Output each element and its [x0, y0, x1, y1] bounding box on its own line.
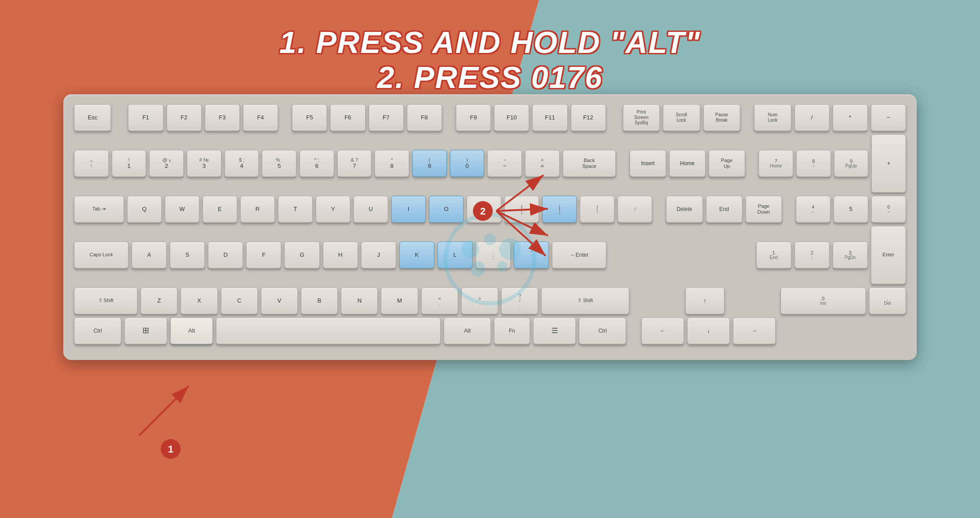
key-up[interactable]: ↑ [685, 287, 724, 314]
key-lshift[interactable]: ⇧ Shift [74, 287, 137, 314]
key-num4[interactable]: 4← [796, 196, 830, 223]
key-num0[interactable]: 0Ins [781, 287, 866, 314]
key-ralt[interactable]: Alt [444, 317, 491, 344]
key-nummul[interactable]: * [833, 104, 868, 131]
key-n[interactable]: N [341, 287, 378, 314]
key-space[interactable] [216, 317, 441, 344]
key-f4[interactable]: F4 [243, 104, 278, 131]
key-8[interactable]: *8 [375, 150, 409, 177]
key-printscreen[interactable]: PrintScreenSysRq [623, 104, 660, 131]
key-f10[interactable]: F10 [494, 104, 529, 131]
key-numplus[interactable]: + [871, 134, 906, 193]
key-1[interactable]: !1 [112, 150, 146, 177]
key-pagedown[interactable]: PageDown [746, 196, 782, 223]
key-z[interactable]: Z [141, 287, 177, 314]
key-fn[interactable]: Fn [494, 317, 530, 344]
key-tab[interactable]: Tab ⇥ [74, 196, 124, 223]
key-u[interactable]: U [353, 196, 388, 223]
key-f8[interactable]: F8 [407, 104, 442, 131]
key-numlock[interactable]: NumLock [754, 104, 791, 131]
key-equals[interactable]: += [525, 150, 560, 177]
key-quote[interactable]: "' [514, 241, 549, 268]
key-end[interactable]: End [706, 196, 742, 223]
key-g[interactable]: G [284, 241, 319, 268]
key-y[interactable]: Y [316, 196, 350, 223]
key-b[interactable]: B [301, 287, 338, 314]
key-7[interactable]: & ?7 [337, 150, 372, 177]
key-f11[interactable]: F11 [532, 104, 567, 131]
key-capslock[interactable]: Caps Lock [74, 241, 128, 268]
key-numdiv[interactable]: / [795, 104, 830, 131]
key-slash[interactable]: ?/. [501, 287, 538, 314]
key-rbracket[interactable]: }] [542, 196, 577, 223]
key-num5[interactable]: 5 [834, 196, 868, 223]
key-e[interactable]: E [203, 196, 237, 223]
key-f5[interactable]: F5 [292, 104, 327, 131]
key-pipe[interactable]: / [618, 196, 652, 223]
key-tilde[interactable]: ~\ [74, 150, 109, 177]
key-v[interactable]: V [261, 287, 298, 314]
key-c[interactable]: C [221, 287, 258, 314]
key-h[interactable]: H [323, 241, 358, 268]
key-semicolon[interactable]: :; [476, 241, 511, 268]
key-o[interactable]: O [429, 196, 464, 223]
key-num6[interactable]: 6→ [871, 196, 906, 223]
key-delete[interactable]: Delete [666, 196, 702, 223]
key-p[interactable]: P [467, 196, 501, 223]
key-q[interactable]: Q [127, 196, 162, 223]
key-num2[interactable]: 2↓ [795, 241, 830, 268]
key-insert[interactable]: Insert [630, 150, 666, 177]
key-pause[interactable]: PauseBreak [703, 104, 740, 131]
key-left[interactable]: ← [641, 317, 684, 344]
key-s[interactable]: S [170, 241, 205, 268]
key-9[interactable]: (9 [412, 150, 447, 177]
key-numdot[interactable]: .Del [869, 287, 906, 314]
key-0[interactable]: )0 [450, 150, 485, 177]
key-num9[interactable]: 9PgUp [834, 150, 869, 177]
key-rshift[interactable]: ⇧ Shift [541, 287, 629, 314]
key-r[interactable]: R [240, 196, 275, 223]
key-lctrl[interactable]: Ctrl [74, 317, 121, 344]
key-d[interactable]: D [208, 241, 243, 268]
key-x[interactable]: X [181, 287, 217, 314]
key-minus[interactable]: −− [487, 150, 522, 177]
key-numminus[interactable]: − [871, 104, 906, 131]
key-num8[interactable]: 8↑ [796, 150, 831, 177]
key-right[interactable]: → [733, 317, 776, 344]
key-k[interactable]: K [399, 241, 434, 268]
key-num7[interactable]: 7Home [759, 150, 793, 177]
key-i[interactable]: I [391, 196, 426, 223]
key-num3[interactable]: 3PgDn [833, 241, 868, 268]
key-menu[interactable]: ☰ [533, 317, 576, 344]
key-a[interactable]: A [132, 241, 167, 268]
key-lbracket[interactable]: {[ [504, 196, 539, 223]
key-backspace[interactable]: BackSpace [563, 150, 616, 177]
key-lwin[interactable]: ⊞ [124, 317, 167, 344]
key-f7[interactable]: F7 [369, 104, 404, 131]
key-2[interactable]: @ ₂2 [149, 150, 184, 177]
key-j[interactable]: J [361, 241, 396, 268]
key-f9[interactable]: F9 [456, 104, 491, 131]
key-enter[interactable]: ←Enter [552, 241, 606, 268]
key-down[interactable]: ↓ [687, 317, 730, 344]
key-6[interactable]: ^ ;6 [300, 150, 334, 177]
key-esc[interactable]: Esc [74, 104, 111, 131]
key-comma[interactable]: <, [421, 287, 458, 314]
key-f[interactable]: F [246, 241, 281, 268]
key-f12[interactable]: F12 [571, 104, 606, 131]
key-backslash[interactable]: |\ [580, 196, 614, 223]
key-period[interactable]: >. [461, 287, 498, 314]
key-3[interactable]: # №3 [187, 150, 221, 177]
key-t[interactable]: T [278, 196, 313, 223]
key-5[interactable]: % :5 [262, 150, 296, 177]
key-lalt[interactable]: Alt [170, 317, 213, 344]
key-f1[interactable]: F1 [128, 104, 163, 131]
key-f2[interactable]: F2 [167, 104, 202, 131]
key-num1[interactable]: 1End [756, 241, 791, 268]
key-f3[interactable]: F3 [205, 104, 240, 131]
key-m[interactable]: M [381, 287, 418, 314]
key-w[interactable]: W [165, 196, 199, 223]
key-f6[interactable]: F6 [330, 104, 365, 131]
key-scrolllock[interactable]: ScrollLock [663, 104, 700, 131]
key-l[interactable]: L [437, 241, 472, 268]
